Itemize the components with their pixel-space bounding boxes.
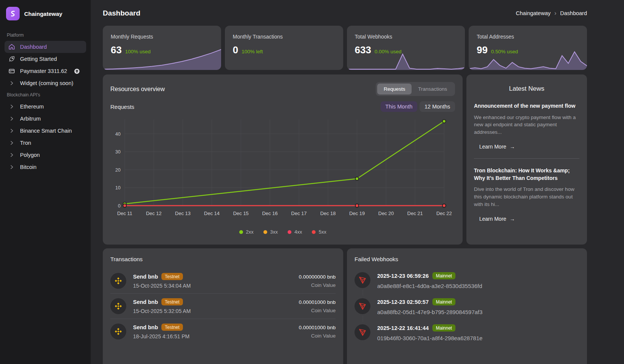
chart-subtitle: Requests [110, 104, 134, 110]
stat-card-total-addresses: Total Addresses 99 0.50% used [469, 26, 587, 70]
arrow-right-icon: → [510, 144, 515, 150]
svg-text:Dec 17: Dec 17 [291, 211, 307, 216]
webhook-id: a0a8e88f-e8c1-4d0a-a3e2-8530d35536fd [377, 283, 579, 289]
webhooks-title: Failed Webhooks [355, 256, 579, 262]
sidebar: Chaingateway Platform Dashboard Getting … [0, 0, 91, 364]
tx-amount: 0.00000000 bnb [299, 274, 336, 280]
webhook-row[interactable]: 2025-12-23 06:59:26 Mainnet a0a8e88f-e8c… [355, 268, 579, 294]
sidebar-item-tron[interactable]: Tron [5, 137, 86, 149]
chaingateway-logo-icon [6, 7, 20, 20]
chevron-right-icon [8, 127, 15, 134]
sidebar-item-label: Polygon [20, 152, 40, 158]
credit-card-icon [8, 68, 15, 74]
tx-network-badge: Testnet [161, 298, 183, 305]
learn-more-link[interactable]: Learn More → [479, 144, 515, 150]
webhook-network-badge: Mainnet [432, 298, 455, 305]
sparkline-chart [225, 48, 343, 70]
legend-dot-4xx [288, 230, 291, 234]
svg-text:10: 10 [115, 185, 121, 191]
sidebar-item-paymaster[interactable]: Paymaster 3311.62 [5, 65, 86, 77]
tx-amount-label: Coin Value [299, 282, 336, 288]
tx-date: 15-Oct-2025 5:32:05 AM [133, 308, 292, 314]
legend-dot-3xx [263, 230, 267, 234]
bnb-icon [110, 324, 126, 339]
legend-item-4xx[interactable]: 4xx [288, 229, 302, 235]
latest-news-card: Latest News Announcement of the new paym… [466, 74, 587, 245]
chevron-right-icon [8, 152, 15, 158]
stat-card-monthly-requests: Monthly Requests 63 100% used [103, 26, 221, 70]
learn-more-link[interactable]: Learn More → [479, 216, 515, 222]
tx-date: 15-Oct-2025 5:34:04 AM [133, 283, 292, 289]
sidebar-item-label: Arbitrum [20, 116, 41, 122]
article-title: Announcement of the new payment flow [474, 102, 579, 110]
news-article: Announcement of the new payment flow We … [474, 102, 579, 150]
arrow-right-icon: → [510, 216, 515, 222]
tab-transactions[interactable]: Transactions [412, 84, 454, 94]
app-title: Chaingateway [24, 11, 62, 17]
chart-legend: 2xx 3xx 4xx 5xx [110, 229, 455, 235]
sidebar-item-binance-smart-chain[interactable]: Binance Smart Chain [5, 125, 86, 137]
sidebar-item-label: Widget (coming soon) [20, 80, 73, 86]
transaction-row[interactable]: Send bnb Testnet 15-Oct-2025 5:34:04 AM … [110, 268, 336, 294]
sidebar-item-bitcoin[interactable]: Bitcoin [5, 161, 86, 173]
webhook-timestamp: 2025-12-22 16:41:44 [377, 325, 429, 331]
sidebar-item-label: Getting Started [20, 56, 57, 62]
svg-text:40: 40 [115, 132, 121, 137]
tx-action: Send bnb [133, 299, 158, 305]
article-body: We enhanced our crypto payment flow with… [474, 114, 579, 136]
svg-text:Dec 16: Dec 16 [262, 211, 277, 216]
svg-text:Dec 14: Dec 14 [204, 211, 220, 216]
news-title: Latest News [474, 85, 579, 93]
resource-type-tabs: Requests Transactions [376, 82, 455, 96]
breadcrumb: Chaingateway › Dashboard [516, 10, 587, 16]
webhook-timestamp: 2025-12-23 02:50:57 [377, 299, 429, 305]
webhook-network-badge: Mainnet [432, 272, 455, 279]
rocket-icon [8, 56, 15, 62]
sidebar-item-label: Binance Smart Chain [20, 128, 72, 134]
sidebar-item-label: Bitcoin [20, 164, 37, 170]
transactions-title: Transactions [110, 256, 336, 262]
sidebar-item-widget[interactable]: Widget (coming soon) [5, 77, 86, 89]
breadcrumb-chaingateway[interactable]: Chaingateway [516, 10, 551, 16]
sidebar-item-dashboard[interactable]: Dashboard [5, 41, 86, 53]
sidebar-item-polygon[interactable]: Polygon [5, 149, 86, 161]
page-title: Dashboard [103, 9, 140, 17]
chevron-right-icon [8, 80, 15, 87]
sidebar-item-label: Paymaster 3311.62 [20, 68, 67, 74]
legend-dot-5xx [312, 230, 316, 234]
webhook-row[interactable]: 2025-12-22 16:41:44 Mainnet 019b46f0-306… [355, 321, 579, 347]
sidebar-item-label: Tron [20, 140, 31, 146]
tx-action: Send bnb [133, 274, 158, 280]
logo[interactable]: Chaingateway [5, 5, 86, 24]
tx-network-badge: Testnet [161, 324, 183, 331]
tron-icon [355, 272, 370, 288]
legend-dot-2xx [239, 230, 243, 234]
webhook-row[interactable]: 2025-12-23 02:50:57 Mainnet a0a88fb2-05d… [355, 294, 579, 321]
home-icon [8, 43, 15, 50]
legend-item-2xx[interactable]: 2xx [239, 229, 254, 235]
tx-amount: 0.00001000 bnb [299, 325, 336, 330]
range-tabs: This Month 12 Months [381, 101, 455, 112]
svg-text:Dec 13: Dec 13 [175, 211, 190, 216]
sidebar-item-arbitrum[interactable]: Arbitrum [5, 113, 86, 125]
tx-amount-label: Coin Value [299, 308, 336, 313]
chevron-right-icon [8, 115, 15, 122]
stat-label: Monthly Requests [111, 34, 213, 40]
sidebar-item-label: Ethereum [20, 104, 44, 110]
range-this-month[interactable]: This Month [381, 101, 418, 112]
sidebar-item-getting-started[interactable]: Getting Started [5, 53, 86, 65]
tab-requests[interactable]: Requests [377, 84, 412, 94]
gem-icon [74, 68, 80, 74]
transaction-row[interactable]: Send bnb Testnet 18-Jul-2025 4:16:51 PM … [110, 319, 336, 344]
legend-item-5xx[interactable]: 5xx [312, 229, 326, 235]
svg-text:Dec 22: Dec 22 [436, 211, 452, 216]
sidebar-item-ethereum[interactable]: Ethereum [5, 101, 86, 113]
legend-item-3xx[interactable]: 3xx [263, 229, 278, 235]
stat-label: Monthly Transactions [233, 34, 335, 40]
stat-label: Total Addresses [477, 34, 579, 40]
transaction-row[interactable]: Send bnb Testnet 15-Oct-2025 5:32:05 AM … [110, 294, 336, 319]
bnb-icon [110, 298, 126, 314]
tron-icon [355, 324, 370, 340]
range-12-months[interactable]: 12 Months [420, 101, 455, 112]
tx-amount: 0.00001000 bnb [299, 299, 336, 305]
